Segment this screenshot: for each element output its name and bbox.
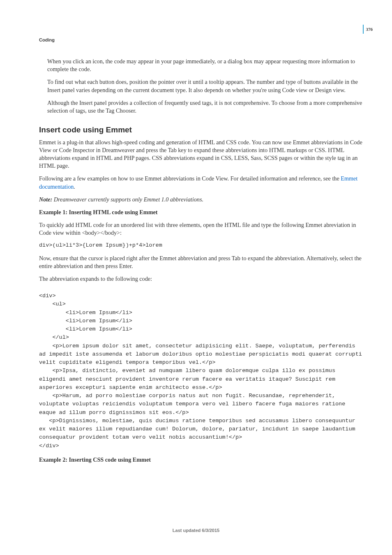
- emmet-p2-b: .: [74, 183, 75, 190]
- page-number: 376: [363, 25, 373, 34]
- intro-p3: Although the Insert panel provides a col…: [47, 99, 363, 115]
- footer-updated: Last updated 6/3/2015: [0, 527, 392, 534]
- example1-title: Example 1: Inserting HTML code using Emm…: [39, 208, 363, 216]
- example2-title: Example 2: Inserting CSS code using Emme…: [39, 456, 363, 464]
- page-content: When you click an icon, the code may app…: [39, 58, 363, 469]
- emmet-p2-a: Following are a few examples on how to u…: [39, 175, 341, 182]
- emmet-p1: Emmet is a plug-in that allows high-spee…: [39, 139, 363, 170]
- section-name: Coding: [39, 37, 55, 43]
- note-label: Note:: [39, 196, 54, 203]
- intro-p1: When you click an icon, the code may app…: [47, 58, 363, 73]
- emmet-p2: Following are a few examples on how to u…: [39, 175, 363, 190]
- emmet-note: Note: Dreamweaver currently supports onl…: [39, 196, 363, 204]
- note-body: Dreamweaver currently supports only Emme…: [54, 196, 203, 203]
- intro-block: When you click an icon, the code may app…: [39, 58, 363, 115]
- example1-abbrev: div>(ul>li*3>{Lorem Ipsum})+p*4>lorem: [39, 242, 363, 249]
- example1-output: <div> <ul> <li>Lorem Ipsum</li> <li>Lore…: [39, 292, 363, 450]
- page: 376 Coding When you click an icon, the c…: [0, 0, 392, 555]
- example1-p1: To quickly add HTML code for an unordere…: [39, 221, 363, 237]
- example1-p3: The abbreviation expands to the followin…: [39, 275, 363, 283]
- example1-p2: Now, ensure that the cursor is placed ri…: [39, 254, 363, 270]
- intro-p2: To find out what each button does, posit…: [47, 78, 363, 94]
- running-header: Coding: [39, 37, 373, 43]
- emmet-heading: Insert code using Emmet: [39, 125, 363, 135]
